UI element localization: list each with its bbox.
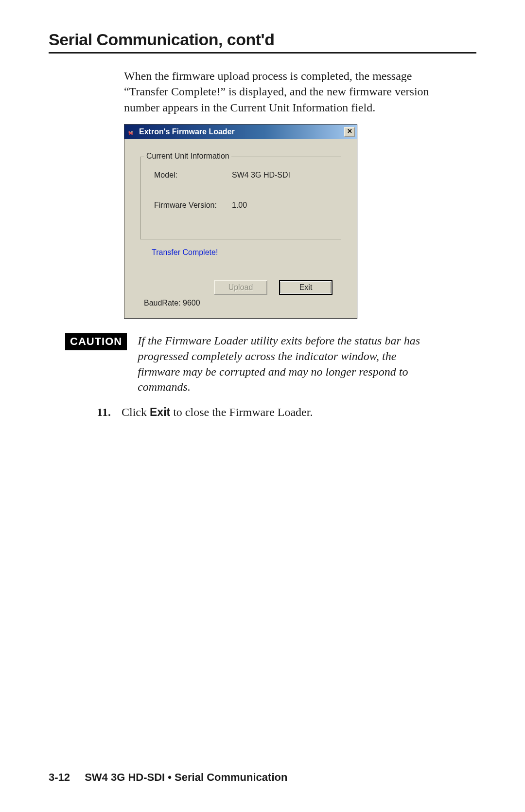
close-icon[interactable]: ✕ — [344, 127, 355, 137]
step-number: 11. — [92, 406, 111, 419]
dialog-titlebar: Extron's Firmware Loader ✕ — [124, 125, 357, 139]
firmware-version-label: Firmware Version: — [154, 201, 232, 210]
page-footer: 3-12 SW4 3G HD-SDI • Serial Communicatio… — [49, 771, 287, 784]
model-label: Model: — [154, 171, 232, 180]
page-number: 3-12 — [49, 771, 70, 783]
baud-rate-label: BaudRate: 9600 — [144, 299, 347, 307]
upload-button[interactable]: Upload — [214, 280, 267, 295]
intro-paragraph: When the firmware upload process is comp… — [124, 68, 430, 115]
firmware-loader-dialog: Extron's Firmware Loader ✕ Current Unit … — [124, 124, 357, 319]
app-icon — [127, 127, 136, 136]
groupbox-legend: Current Unit Information — [144, 152, 231, 161]
svg-point-2 — [131, 131, 133, 133]
footer-text: SW4 3G HD-SDI • Serial Communication — [85, 771, 287, 783]
current-unit-groupbox: Current Unit Information Model: SW4 3G H… — [140, 157, 341, 239]
exit-button[interactable]: Exit — [279, 280, 332, 295]
step-text: Click Exit to close the Firmware Loader. — [122, 406, 313, 419]
status-message: Transfer Complete! — [152, 248, 347, 257]
firmware-version-value: 1.00 — [232, 201, 247, 210]
dialog-title: Extron's Firmware Loader — [139, 127, 344, 136]
caution-badge: CAUTION — [65, 333, 127, 350]
model-value: SW4 3G HD-SDI — [232, 171, 290, 180]
caution-text: If the Firmware Loader utility exits bef… — [138, 333, 439, 395]
page-title: Serial Communication, cont'd — [49, 30, 476, 54]
